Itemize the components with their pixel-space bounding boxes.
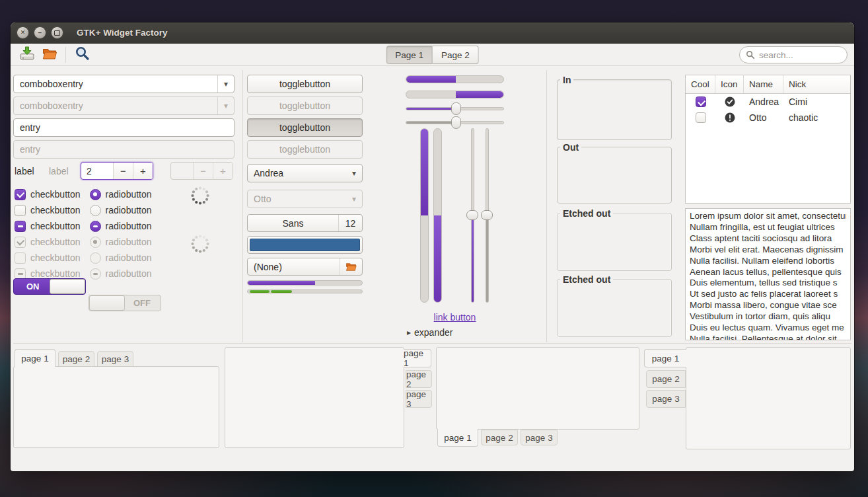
spinner-icon bbox=[190, 186, 210, 208]
comboboxentry[interactable]: comboboxentry bbox=[13, 75, 235, 93]
column-header-name[interactable]: Name bbox=[744, 75, 783, 93]
comboboxentry-text: comboboxentry bbox=[20, 100, 83, 111]
minimize-icon[interactable] bbox=[34, 26, 46, 39]
search-input[interactable] bbox=[759, 50, 832, 60]
chevron-down-icon bbox=[346, 190, 356, 208]
find-button[interactable] bbox=[71, 45, 93, 65]
togglebutton-active-disabled: togglebutton bbox=[247, 140, 363, 159]
spin-plus-button[interactable]: + bbox=[133, 163, 153, 179]
spin-minus-button: − bbox=[193, 163, 213, 179]
checkbox-mixed[interactable] bbox=[15, 221, 26, 232]
tab-page3[interactable]: page 3 bbox=[97, 351, 133, 367]
text-line: Ut sed justo ac felis placerat laoreet s bbox=[690, 289, 846, 300]
vscale-fill bbox=[486, 217, 488, 302]
vscale-handle[interactable] bbox=[466, 210, 478, 220]
hscale-filled[interactable] bbox=[406, 75, 504, 83]
link-button[interactable]: link button bbox=[406, 312, 504, 323]
font-button[interactable]: Sans 12 bbox=[247, 214, 363, 232]
checkbox-checked[interactable] bbox=[15, 189, 26, 200]
textview[interactable]: Lorem ipsum dolor sit amet, consectetur … bbox=[685, 208, 851, 340]
warning-emblem-icon bbox=[715, 112, 744, 123]
close-icon[interactable] bbox=[17, 26, 29, 39]
hscale-handle-disabled bbox=[451, 116, 461, 129]
radio-selected[interactable] bbox=[90, 189, 101, 200]
label: label bbox=[15, 166, 34, 176]
hscale-handle[interactable] bbox=[451, 102, 461, 115]
text-line: Class aptent taciti sociosqu ad litora bbox=[690, 233, 846, 245]
search-box[interactable] bbox=[739, 46, 848, 63]
tab-page2[interactable]: page 2 bbox=[481, 430, 518, 445]
entry-text: entry bbox=[20, 144, 40, 155]
spin-plus-button: + bbox=[213, 163, 233, 179]
spinner-icon-disabled bbox=[190, 234, 210, 256]
tab-page2[interactable]: page 2 bbox=[646, 370, 686, 388]
column-separator bbox=[242, 70, 243, 342]
radiobutton-label: radiobutton bbox=[106, 221, 152, 231]
togglebutton[interactable]: togglebutton bbox=[247, 75, 363, 93]
open-button[interactable] bbox=[38, 45, 61, 65]
column-header-nick[interactable]: Nick bbox=[783, 75, 850, 93]
tab-page2[interactable]: page 2 bbox=[58, 351, 94, 367]
maximize-icon[interactable] bbox=[51, 26, 63, 39]
window-title: GTK+ Widget Factory bbox=[77, 28, 168, 38]
notebook-page-content bbox=[13, 366, 219, 448]
frame-etched-out bbox=[557, 213, 672, 271]
spinbutton[interactable]: 2 − + bbox=[81, 162, 153, 180]
label-dim: label bbox=[49, 166, 69, 176]
radio-mixed[interactable] bbox=[90, 221, 101, 232]
app-window: GTK+ Widget Factory bbox=[11, 22, 854, 471]
entry-text: entry bbox=[20, 122, 40, 133]
switch-on[interactable]: ON bbox=[13, 278, 86, 295]
cell-nick: Cimi bbox=[783, 96, 850, 107]
chevron-down-icon[interactable] bbox=[217, 75, 228, 93]
column-header-cool[interactable]: Cool bbox=[686, 75, 715, 93]
radio-unselected[interactable] bbox=[90, 205, 101, 216]
progressbar-fill bbox=[248, 281, 315, 285]
togglebutton-active[interactable]: togglebutton bbox=[247, 118, 363, 137]
tab-page1[interactable]: page 1 bbox=[15, 349, 55, 367]
tab-page3[interactable]: page 3 bbox=[521, 430, 558, 445]
table-row[interactable]: Andrea Cimi bbox=[686, 94, 850, 110]
page2-button[interactable]: Page 2 bbox=[433, 46, 479, 64]
table-row[interactable]: Otto chaotic bbox=[686, 110, 850, 126]
tab-page1[interactable]: page 1 bbox=[644, 349, 686, 367]
checkbutton-label: checkbutton bbox=[30, 221, 81, 231]
vscale-filled-inverted[interactable] bbox=[433, 128, 442, 303]
spinbutton-value[interactable]: 2 bbox=[81, 163, 113, 179]
radio-mixed-disabled bbox=[90, 268, 101, 280]
tab-page2[interactable]: page 2 bbox=[406, 370, 432, 388]
switch-off-disabled: OFF bbox=[89, 295, 161, 311]
combobox[interactable]: Andrea bbox=[247, 164, 363, 182]
frame-label: Out bbox=[560, 142, 581, 153]
column-header-icon[interactable]: Icon bbox=[715, 75, 744, 93]
titlebar[interactable]: GTK+ Widget Factory bbox=[11, 22, 854, 44]
row-checkbox-unchecked[interactable] bbox=[696, 112, 706, 123]
color-button[interactable] bbox=[247, 236, 363, 254]
tab-page1[interactable]: page 1 bbox=[404, 349, 431, 367]
tab-page3[interactable]: page 3 bbox=[646, 390, 686, 408]
checkbox-unchecked[interactable] bbox=[15, 205, 26, 216]
text-line: Morbi massa libero, congue vitae sce bbox=[690, 300, 846, 311]
column-separator bbox=[546, 70, 547, 342]
text-line: Morbi vel elit erat. Maecenas dignissim bbox=[690, 245, 846, 256]
togglebutton-disabled: togglebutton bbox=[247, 96, 363, 115]
checkbutton-label: checkbutton bbox=[30, 205, 81, 215]
expander[interactable]: expander bbox=[407, 327, 452, 338]
spin-minus-button[interactable]: − bbox=[113, 163, 133, 179]
frame-label: Etched out bbox=[560, 208, 613, 219]
save-button[interactable] bbox=[16, 45, 38, 65]
check-radio-row: checkbutton radiobutton bbox=[15, 250, 152, 265]
file-chooser-button[interactable]: (None) bbox=[247, 258, 363, 276]
entry[interactable]: entry bbox=[13, 118, 235, 137]
hscale-filled-inverted[interactable] bbox=[406, 91, 504, 98]
section-separator bbox=[13, 343, 851, 344]
row-checkbox-checked[interactable] bbox=[696, 96, 706, 107]
vscale-filled[interactable] bbox=[420, 128, 429, 303]
tab-page3[interactable]: page 3 bbox=[406, 390, 432, 408]
spinbutton-value bbox=[171, 163, 193, 179]
page1-button[interactable]: Page 1 bbox=[386, 46, 433, 64]
checkbox-unchecked-disabled bbox=[15, 252, 26, 264]
switch-knob[interactable] bbox=[50, 279, 85, 294]
notebook-page-content bbox=[686, 347, 851, 449]
tab-page1[interactable]: page 1 bbox=[437, 429, 478, 447]
